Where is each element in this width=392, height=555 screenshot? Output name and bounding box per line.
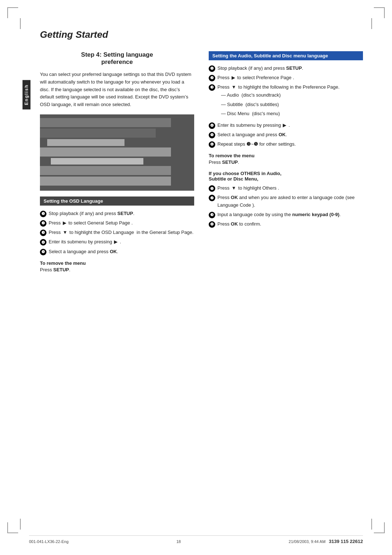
audio-step-4-text: Enter its submenu by pressing ▶ . [217,122,363,129]
others-heading: If you choose OTHERS in Audio, Subtitle … [209,171,363,182]
osd-step-5-text: Select a language and press OK. [49,248,194,255]
osd-step-2: ❷ Press ▶ to select General Setup Page . [40,219,194,227]
step-num-5: ❺ [40,249,46,255]
screen-row-2 [40,129,156,138]
audio-step-2: ❷ Press ▶ to select Preference Page . [209,74,363,81]
audio-sub-list: — Audio (disc's soundtrack) — Subtitle (… [221,92,363,117]
right-column: Setting the Audio, Subtitle and Disc men… [209,51,363,278]
screen-mockup [40,114,194,191]
screen-row-6 [40,166,171,175]
osd-remove-heading: To remove the menu [40,260,194,266]
screen-row-1 [40,118,171,127]
page-title: Getting Started [40,29,363,40]
audio-step-5-text: Select a language and press OK. [217,131,363,138]
footer-ref: 3139 115 22612 [329,539,363,544]
osd-steps-list: ❶ Stop playback (if any) and press SETUP… [40,210,194,255]
others-step-num-1: ❶ [209,185,215,192]
others-step-1-text: Press ▼ to highlight Others . [217,185,363,192]
step-num-1: ❶ [40,211,46,217]
step-heading: Step 4: Setting language preference [40,51,194,66]
footer-page-center: 18 [176,539,181,544]
audio-step-num-5: ❺ [209,132,215,138]
audio-remove-heading: To remove the menu [209,153,363,158]
osd-step-5: ❺ Select a language and press OK. [40,248,194,255]
audio-step-3-text: Press ▼ to highlight the following in th… [217,84,363,119]
step-num-2: ❷ [40,220,46,227]
others-step-num-2: ❷ [209,195,215,201]
intro-text: You can select your preferred language s… [40,71,194,109]
screen-row-3 [47,139,124,146]
audio-step-6: ❻ Repeat steps ❸~❺ for other settings. [209,141,363,148]
audio-step-num-2: ❷ [209,75,215,81]
audio-step-num-6: ❻ [209,141,215,148]
others-step-4: ❹ Press OK to confirm. [209,220,363,228]
audio-step-num-3: ❸ [209,84,215,91]
audio-step-6-text: Repeat steps ❸~❺ for other settings. [217,141,363,148]
audio-step-num-1: ❶ [209,65,215,72]
audio-section-label: Setting the Audio, Subtitle and Disc men… [209,51,363,60]
footer-date: 21/08/2003, 9:44 AM 3139 115 22612 [289,539,363,544]
others-step-2: ❷ Press OK and when you are asked to ent… [209,194,363,208]
osd-step-2-text: Press ▶ to select General Setup Page . [49,219,194,227]
audio-step-num-4: ❹ [209,122,215,129]
sub-item-subtitle: — Subtitle (disc's subtitles) [221,101,363,108]
screen-row-7 [40,177,171,186]
osd-step-3: ❸ Press ▼ to highlight the OSD Language … [40,229,194,236]
screen-row-5 [51,158,143,165]
audio-step-3: ❸ Press ▼ to highlight the following in … [209,84,363,119]
osd-step-4-text: Enter its submenu by pressing ▶ . [49,238,194,246]
step-num-3: ❸ [40,230,46,236]
osd-step-3-text: Press ▼ to highlight the OSD Language in… [49,229,194,236]
others-step-1: ❶ Press ▼ to highlight Others . [209,185,363,192]
left-column: Step 4: Setting language preference You … [40,51,194,278]
audio-steps-list: ❶ Stop playback (if any) and press SETUP… [209,65,363,148]
osd-remove-text: Press SETUP. [40,267,194,272]
audio-step-5: ❺ Select a language and press OK. [209,131,363,138]
sub-item-discmenu: — Disc Menu (disc's menu) [221,110,363,117]
step-num-4: ❹ [40,239,46,246]
audio-step-2-text: Press ▶ to select Preference Page . [217,74,363,81]
osd-step-4: ❹ Enter its submenu by pressing ▶ . [40,238,194,246]
others-step-num-4: ❹ [209,221,215,228]
page-footer: 001-041-LX36-22-Eng 18 21/08/2003, 9:44 … [29,535,363,544]
footer-code: 001-041-LX36-22-Eng [29,539,69,544]
audio-step-1-text: Stop playback (if any) and press SETUP. [217,65,363,72]
others-step-3: ❸ Input a language code by using the num… [209,211,363,218]
audio-remove-text: Press SETUP. [209,159,363,165]
others-steps-list: ❶ Press ▼ to highlight Others . ❷ Press … [209,185,363,228]
osd-step-1: ❶ Stop playback (if any) and press SETUP… [40,210,194,217]
osd-step-1-text: Stop playback (if any) and press SETUP. [49,210,194,217]
others-step-4-text: Press OK to confirm. [217,220,363,228]
screen-row-4 [40,147,171,157]
osd-section-label: Setting the OSD Language [40,197,194,206]
sub-item-audio: — Audio (disc's soundtrack) [221,92,363,99]
audio-step-4: ❹ Enter its submenu by pressing ▶ . [209,122,363,129]
audio-step-1: ❶ Stop playback (if any) and press SETUP… [209,65,363,72]
others-step-3-text: Input a language code by using the numer… [217,211,363,218]
others-step-num-3: ❸ [209,212,215,218]
others-step-2-text: Press OK and when you are asked to enter… [217,194,363,208]
